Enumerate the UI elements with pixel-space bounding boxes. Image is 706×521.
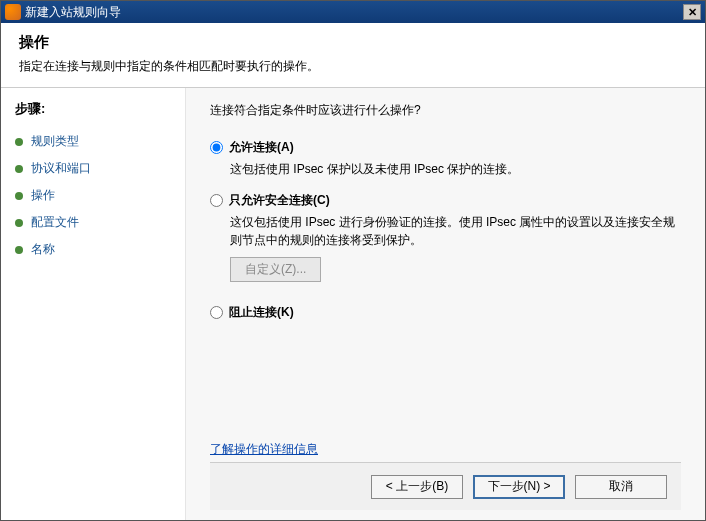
next-button[interactable]: 下一步(N) > (473, 475, 565, 499)
option-block: 阻止连接(K) (210, 304, 681, 325)
step-profile[interactable]: 配置文件 (15, 209, 177, 236)
close-icon: ✕ (688, 6, 697, 19)
bullet-icon (15, 165, 23, 173)
wizard-body: 步骤: 规则类型 协议和端口 操作 配置文件 名称 连接 (1, 88, 705, 520)
step-action[interactable]: 操作 (15, 182, 177, 209)
app-icon (5, 4, 21, 20)
step-label: 规则类型 (31, 133, 79, 150)
radio-block[interactable] (210, 306, 223, 319)
footer-buttons: < 上一步(B) 下一步(N) > 取消 (210, 462, 681, 510)
bullet-icon (15, 192, 23, 200)
step-label: 协议和端口 (31, 160, 91, 177)
step-label: 配置文件 (31, 214, 79, 231)
bullet-icon (15, 246, 23, 254)
step-rule-type[interactable]: 规则类型 (15, 128, 177, 155)
page-header: 操作 指定在连接与规则中指定的条件相匹配时要执行的操作。 (1, 23, 705, 88)
option-allow-secure: 只允许安全连接(C) 这仅包括使用 IPsec 进行身份验证的连接。使用 IPs… (210, 192, 681, 290)
content-pane: 连接符合指定条件时应该进行什么操作? 允许连接(A) 这包括使用 IPsec 保… (186, 88, 705, 520)
close-button[interactable]: ✕ (683, 4, 701, 20)
step-label: 名称 (31, 241, 55, 258)
radio-allow-secure[interactable] (210, 194, 223, 207)
question-text: 连接符合指定条件时应该进行什么操作? (210, 102, 681, 119)
window-title: 新建入站规则向导 (25, 4, 683, 21)
customize-button: 自定义(Z)... (230, 257, 321, 282)
steps-sidebar: 步骤: 规则类型 协议和端口 操作 配置文件 名称 (1, 88, 186, 520)
option-allow-desc: 这包括使用 IPsec 保护以及未使用 IPsec 保护的连接。 (230, 160, 681, 178)
option-allow-label: 允许连接(A) (229, 139, 294, 156)
option-allow-secure-desc: 这仅包括使用 IPsec 进行身份验证的连接。使用 IPsec 属性中的设置以及… (230, 213, 681, 249)
back-button[interactable]: < 上一步(B) (371, 475, 463, 499)
titlebar: 新建入站规则向导 ✕ (1, 1, 705, 23)
page-subtitle: 指定在连接与规则中指定的条件相匹配时要执行的操作。 (19, 58, 687, 75)
cancel-button[interactable]: 取消 (575, 475, 667, 499)
radio-allow[interactable] (210, 141, 223, 154)
step-label: 操作 (31, 187, 55, 204)
wizard-window: 新建入站规则向导 ✕ 操作 指定在连接与规则中指定的条件相匹配时要执行的操作。 … (0, 0, 706, 521)
steps-title: 步骤: (15, 100, 177, 118)
option-allow-secure-label: 只允许安全连接(C) (229, 192, 330, 209)
bullet-icon (15, 219, 23, 227)
learn-more-link[interactable]: 了解操作的详细信息 (210, 441, 318, 458)
step-name[interactable]: 名称 (15, 236, 177, 263)
option-allow: 允许连接(A) 这包括使用 IPsec 保护以及未使用 IPsec 保护的连接。 (210, 139, 681, 178)
bullet-icon (15, 138, 23, 146)
step-protocol-port[interactable]: 协议和端口 (15, 155, 177, 182)
option-block-label: 阻止连接(K) (229, 304, 294, 321)
page-title: 操作 (19, 33, 687, 52)
